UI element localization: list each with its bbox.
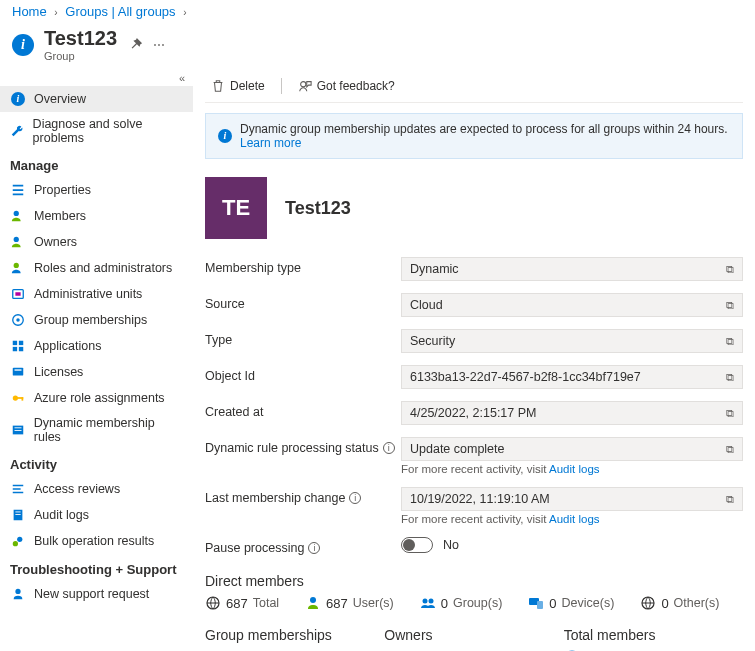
info-icon: i (12, 34, 34, 56)
stat-total[interactable]: 687Total (205, 595, 279, 611)
sidebar-item-label: Diagnose and solve problems (33, 117, 183, 145)
sidebar-item-audit-logs[interactable]: Audit logs (0, 502, 193, 528)
group-memberships-label: Group memberships (205, 627, 384, 643)
copy-icon[interactable]: ⧉ (726, 493, 734, 506)
copy-icon[interactable]: ⧉ (726, 335, 734, 348)
total-members-block: Total members 687 (564, 627, 743, 651)
label-source: Source (205, 293, 395, 311)
banner-learn-more-link[interactable]: Learn more (240, 136, 301, 150)
copy-icon[interactable]: ⧉ (726, 443, 734, 456)
copy-icon[interactable]: ⧉ (726, 371, 734, 384)
value-last-change: 10/19/2022, 11:19:10 AM⧉ (401, 487, 743, 511)
sidebar-item-properties[interactable]: Properties (0, 177, 193, 203)
sidebar-item-label: Bulk operation results (34, 534, 154, 548)
svg-rect-20 (15, 512, 20, 513)
audit-logs-link[interactable]: Audit logs (549, 463, 600, 475)
svg-point-22 (13, 541, 18, 546)
breadcrumb-groups[interactable]: Groups | All groups (65, 4, 175, 19)
dynamic-rules-icon (10, 422, 26, 438)
group-header: TE Test123 (205, 177, 743, 239)
svg-rect-10 (19, 347, 23, 351)
sidebar-item-admin-units[interactable]: Administrative units (0, 281, 193, 307)
helper-last-change: For more recent activity, visit Audit lo… (401, 513, 743, 525)
copy-icon[interactable]: ⧉ (726, 263, 734, 276)
label-last-change: Last membership changei (205, 487, 395, 505)
sidebar-item-label: Licenses (34, 365, 83, 379)
svg-rect-17 (14, 427, 21, 428)
breadcrumb: Home › Groups | All groups › (0, 0, 755, 23)
sidebar-item-applications[interactable]: Applications (0, 333, 193, 359)
svg-rect-15 (22, 397, 24, 401)
sidebar-item-roles[interactable]: Roles and administrators (0, 255, 193, 281)
svg-rect-18 (14, 430, 21, 431)
help-icon[interactable]: i (349, 492, 361, 504)
svg-point-1 (14, 237, 19, 242)
admin-units-icon (10, 286, 26, 302)
sidebar-item-label: Dynamic membership rules (34, 416, 183, 444)
svg-point-28 (422, 599, 427, 604)
owners-block: Owners 0 (384, 627, 563, 651)
stat-users[interactable]: 687User(s) (305, 595, 394, 611)
sidebar-section-manage: Manage (0, 150, 193, 177)
sidebar-item-azure-roles[interactable]: Azure role assignments (0, 385, 193, 411)
value-created-at: 4/25/2022, 2:15:17 PM⧉ (401, 401, 743, 425)
sidebar-item-label: Group memberships (34, 313, 147, 327)
sidebar-item-diagnose[interactable]: Diagnose and solve problems (0, 112, 193, 150)
delete-button[interactable]: Delete (205, 76, 271, 96)
group-memberships-block: Group memberships 0 (205, 627, 384, 651)
label-membership-type: Membership type (205, 257, 395, 275)
help-icon[interactable]: i (383, 442, 395, 454)
sidebar-item-group-memberships[interactable]: Group memberships (0, 307, 193, 333)
feedback-button[interactable]: Got feedback? (292, 76, 401, 96)
stat-devices[interactable]: 0Device(s) (528, 595, 614, 611)
pin-icon[interactable] (129, 38, 143, 52)
banner-text: Dynamic group membership updates are exp… (240, 122, 730, 150)
sidebar-item-label: Access reviews (34, 482, 120, 496)
collapse-sidebar-icon[interactable]: « (0, 70, 193, 86)
sidebar-item-label: Audit logs (34, 508, 89, 522)
sidebar-item-dynamic-rules[interactable]: Dynamic membership rules (0, 411, 193, 449)
key-icon (10, 390, 26, 406)
breadcrumb-home[interactable]: Home (12, 4, 47, 19)
pause-toggle[interactable] (401, 537, 433, 553)
copy-icon[interactable]: ⧉ (726, 407, 734, 420)
sidebar-item-label: Azure role assignments (34, 391, 165, 405)
group-name: Test123 (285, 198, 351, 219)
sidebar-item-label: Roles and administrators (34, 261, 172, 275)
sidebar-item-label: Owners (34, 235, 77, 249)
sidebar-item-bulk-results[interactable]: Bulk operation results (0, 528, 193, 554)
device-icon (528, 595, 544, 611)
sidebar-item-owners[interactable]: Owners (0, 229, 193, 255)
audit-logs-link[interactable]: Audit logs (549, 513, 600, 525)
value-source: Cloud⧉ (401, 293, 743, 317)
help-icon[interactable]: i (308, 542, 320, 554)
label-created-at: Created at (205, 401, 395, 419)
stat-others[interactable]: 0Other(s) (640, 595, 719, 611)
sidebar-item-overview[interactable]: i Overview (0, 86, 193, 112)
svg-point-2 (14, 263, 19, 268)
stat-groups[interactable]: 0Group(s) (420, 595, 503, 611)
helper-rule-status: For more recent activity, visit Audit lo… (401, 463, 743, 475)
delete-label: Delete (230, 79, 265, 93)
sidebar-item-support[interactable]: New support request (0, 581, 193, 607)
direct-members-title: Direct members (205, 573, 743, 589)
svg-point-27 (310, 597, 316, 603)
toolbar-divider (281, 78, 282, 94)
roles-icon (10, 260, 26, 276)
group-memberships-icon (10, 312, 26, 328)
value-membership-type: Dynamic⧉ (401, 257, 743, 281)
label-pause: Pause processingi (205, 537, 395, 555)
main-content: Delete Got feedback? i Dynamic group mem… (193, 70, 755, 651)
copy-icon[interactable]: ⧉ (726, 299, 734, 312)
svg-rect-12 (15, 369, 22, 370)
sidebar-item-access-reviews[interactable]: Access reviews (0, 476, 193, 502)
sidebar-item-members[interactable]: Members (0, 203, 193, 229)
more-icon[interactable]: ⋯ (153, 38, 165, 52)
sidebar-item-licenses[interactable]: Licenses (0, 359, 193, 385)
access-reviews-icon (10, 481, 26, 497)
value-object-id: 6133ba13-22d7-4567-b2f8-1cc34bf719e7⧉ (401, 365, 743, 389)
person-feedback-icon (298, 79, 312, 93)
page-title: Test123 (44, 27, 117, 50)
audit-logs-icon (10, 507, 26, 523)
members-icon (10, 208, 26, 224)
